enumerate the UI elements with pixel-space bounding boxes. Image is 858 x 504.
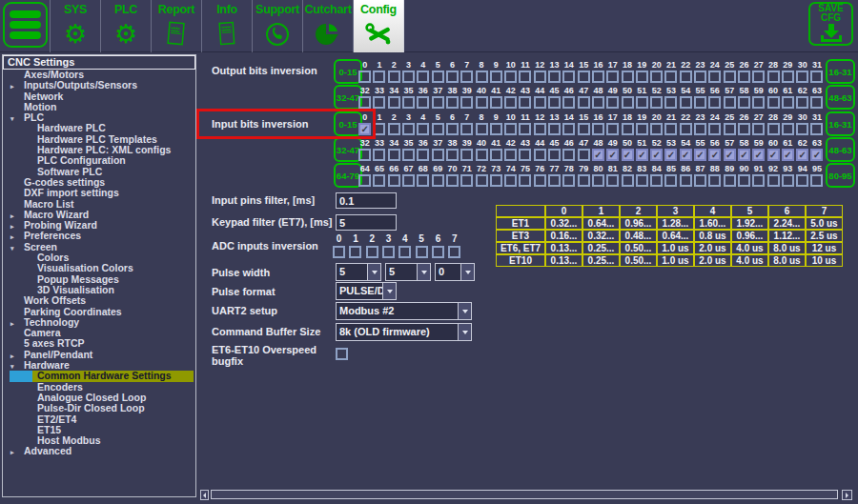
tab-info[interactable]: Info <box>202 0 253 52</box>
bit-checkbox-70[interactable] <box>446 174 459 187</box>
bit-checkbox-93[interactable] <box>782 174 794 187</box>
tree-item-screen[interactable]: ▾Screen <box>3 242 195 252</box>
bit-checkbox-29[interactable] <box>782 123 794 135</box>
bit-checkbox-56[interactable] <box>708 149 721 161</box>
bit-checkbox-44[interactable] <box>534 149 546 161</box>
tree-item-pulse-dir-closed-loop[interactable]: Pulse-Dir Closed Loop <box>3 403 195 413</box>
bit-checkbox-30[interactable] <box>796 71 808 83</box>
bit-checkbox-27[interactable] <box>752 71 765 83</box>
bit-checkbox-52[interactable] <box>650 149 663 161</box>
menu-button[interactable] <box>0 0 51 52</box>
tree-item-advanced[interactable]: ▸Advanced <box>3 446 195 456</box>
adc-checkbox-5[interactable] <box>416 246 428 258</box>
bit-checkbox-31[interactable] <box>810 71 823 83</box>
bit-checkbox-47[interactable] <box>578 149 590 161</box>
bit-checkbox-17[interactable] <box>606 123 619 135</box>
bit-checkbox-53[interactable] <box>664 149 677 161</box>
bit-checkbox-6[interactable] <box>446 71 459 83</box>
bit-checkbox-26[interactable] <box>738 123 750 135</box>
overspeed-bugfix-checkbox[interactable] <box>336 348 348 360</box>
bit-checkbox-19[interactable] <box>636 123 648 135</box>
bit-checkbox-44[interactable] <box>534 96 546 109</box>
bit-checkbox-61[interactable] <box>782 149 794 161</box>
bit-checkbox-9[interactable] <box>490 123 502 135</box>
bit-checkbox-51[interactable] <box>636 96 648 109</box>
bit-checkbox-76[interactable] <box>534 174 546 187</box>
bit-checkbox-34[interactable] <box>388 96 400 109</box>
bit-checkbox-19[interactable] <box>636 71 648 83</box>
tree-item-common-hardware-settings[interactable]: Common Hardware Settings <box>3 371 195 381</box>
bit-checkbox-84[interactable] <box>650 174 663 187</box>
bit-checkbox-11[interactable] <box>519 71 531 83</box>
bit-checkbox-28[interactable] <box>767 123 780 135</box>
adc-checkbox-0[interactable] <box>333 246 345 258</box>
bit-checkbox-12[interactable] <box>534 71 546 83</box>
bit-checkbox-21[interactable] <box>664 123 677 135</box>
bit-checkbox-33[interactable] <box>373 149 385 161</box>
bit-checkbox-22[interactable] <box>680 123 692 135</box>
bit-checkbox-14[interactable] <box>562 71 575 83</box>
bit-checkbox-32[interactable] <box>358 149 371 161</box>
bit-checkbox-27[interactable] <box>752 123 765 135</box>
bit-checkbox-43[interactable] <box>519 149 531 161</box>
tree-item-inputs-outputs-sensors[interactable]: ▸Inputs/Outputs/Sensors <box>3 80 195 91</box>
bit-checkbox-83[interactable] <box>636 174 648 187</box>
bit-checkbox-15[interactable] <box>578 123 590 135</box>
bit-checkbox-50[interactable] <box>622 96 634 109</box>
bit-checkbox-24[interactable] <box>708 123 721 135</box>
input-pins-filter-field[interactable] <box>336 192 397 209</box>
bit-checkbox-77[interactable] <box>548 174 561 187</box>
bit-checkbox-92[interactable] <box>767 174 780 187</box>
bit-checkbox-61[interactable] <box>782 96 794 109</box>
tab-plc[interactable]: PLC⚙ <box>101 0 152 52</box>
bit-checkbox-23[interactable] <box>694 71 706 83</box>
bit-checkbox-43[interactable] <box>519 96 531 109</box>
bit-checkbox-16[interactable] <box>592 123 604 135</box>
bit-checkbox-1[interactable] <box>373 71 385 83</box>
bit-checkbox-12[interactable] <box>534 123 546 135</box>
bit-checkbox-22[interactable] <box>680 71 692 83</box>
horizontal-scrollbar-thumb[interactable] <box>211 490 838 499</box>
bit-checkbox-17[interactable] <box>606 71 619 83</box>
bit-checkbox-5[interactable] <box>432 123 444 135</box>
pulse-format-select[interactable]: PULSE/DIR <box>336 282 397 300</box>
pulse-width-select-1[interactable]: 5 <box>336 263 381 281</box>
bit-checkbox-5[interactable] <box>432 71 444 83</box>
bit-checkbox-42[interactable] <box>504 149 517 161</box>
chevron-down-icon[interactable] <box>382 283 396 299</box>
tree-item-et2-et4[interactable]: ET2/ET4 <box>3 414 195 425</box>
bit-checkbox-87[interactable] <box>694 174 706 187</box>
bit-checkbox-69[interactable] <box>432 174 444 187</box>
bit-checkbox-57[interactable] <box>724 149 736 161</box>
scroll-right-button[interactable] <box>842 490 852 500</box>
bit-checkbox-63[interactable] <box>810 96 823 109</box>
bit-checkbox-46[interactable] <box>562 96 575 109</box>
bit-checkbox-37[interactable] <box>432 96 444 109</box>
bit-checkbox-36[interactable] <box>417 149 429 161</box>
chevron-down-icon[interactable] <box>367 264 380 280</box>
bit-checkbox-55[interactable] <box>694 149 706 161</box>
tree-item-plc-configuration[interactable]: PLC Configuration <box>3 155 195 166</box>
bit-checkbox-68[interactable] <box>417 174 429 187</box>
tab-config[interactable]: Config <box>354 0 404 52</box>
bit-checkbox-78[interactable] <box>562 174 575 187</box>
bit-checkbox-35[interactable] <box>402 149 415 161</box>
bit-checkbox-64[interactable] <box>358 174 371 187</box>
tab-support[interactable]: Support <box>253 0 303 52</box>
bit-checkbox-86[interactable] <box>680 174 692 187</box>
bit-checkbox-35[interactable] <box>402 96 415 109</box>
bit-checkbox-73[interactable] <box>490 174 502 187</box>
bit-checkbox-65[interactable] <box>373 174 385 187</box>
tab-cutchart[interactable]: Cutchart <box>303 0 354 52</box>
bit-checkbox-29[interactable] <box>782 71 794 83</box>
bit-checkbox-0[interactable] <box>358 71 371 83</box>
tab-report[interactable]: Report <box>152 0 202 52</box>
bit-checkbox-57[interactable] <box>724 96 736 109</box>
bit-checkbox-41[interactable] <box>490 149 502 161</box>
bit-checkbox-82[interactable] <box>622 174 634 187</box>
bit-checkbox-49[interactable] <box>606 149 619 161</box>
bit-checkbox-81[interactable] <box>606 174 619 187</box>
bit-checkbox-38[interactable] <box>446 96 459 109</box>
bit-checkbox-8[interactable] <box>476 123 488 135</box>
bit-checkbox-54[interactable] <box>680 149 692 161</box>
